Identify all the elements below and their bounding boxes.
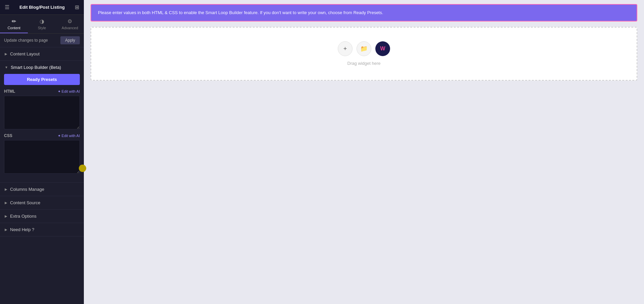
section-need-help: ▶ Need Help ?: [0, 223, 84, 236]
widget-drop-area[interactable]: + 📁 W Drag widget here: [91, 27, 637, 81]
cursor-dot: [84, 165, 86, 172]
tab-advanced[interactable]: ⚙ Advanced: [56, 15, 84, 33]
content-layout-label: Content Layout: [10, 51, 40, 56]
smart-loop-arrow-icon: ▼: [5, 66, 8, 69]
html-editor[interactable]: [4, 96, 80, 129]
css-editor-block: CSS ✦ Edit with AI 1: [4, 133, 80, 175]
section-need-help-header[interactable]: ▶ Need Help ?: [0, 223, 84, 236]
tab-content[interactable]: ✏ Content: [0, 15, 28, 33]
grid-icon[interactable]: ⊞: [75, 4, 79, 10]
html-label-row: HTML ✦ Edit with AI: [4, 89, 80, 94]
advanced-tab-label: Advanced: [62, 26, 78, 30]
section-content-source-header[interactable]: ▶ Content Source: [0, 196, 84, 209]
ready-presets-button[interactable]: Ready Presets: [4, 74, 80, 85]
extra-options-arrow-icon: ▶: [5, 214, 7, 218]
sidebar: ☰ Edit Blog/Post Listing ⊞ ✏ Content ◑ S…: [0, 0, 84, 304]
add-icon: +: [343, 45, 347, 52]
hamburger-icon[interactable]: ☰: [5, 4, 9, 10]
columns-manage-label: Columns Manage: [10, 187, 44, 192]
need-help-label: Need Help ?: [10, 227, 34, 232]
notice-banner: Please enter values in both HTML & CSS t…: [91, 4, 637, 21]
smart-loop-content: Ready Presets HTML ✦ Edit with AI 1: [0, 74, 84, 182]
folder-icon: 📁: [360, 45, 368, 52]
brand-icon: W: [380, 46, 385, 52]
content-source-label: Content Source: [10, 200, 40, 205]
section-smart-loop-builder: ▼ Smart Loop Builder (Beta) Ready Preset…: [0, 61, 84, 183]
widget-buttons-row: + 📁 W: [338, 41, 390, 56]
tab-style[interactable]: ◑ Style: [28, 15, 56, 33]
content-tab-icon: ✏: [12, 18, 16, 25]
update-text: Update changes to page: [4, 38, 48, 43]
section-columns-manage-header[interactable]: ▶ Columns Manage: [0, 183, 84, 196]
need-help-arrow-icon: ▶: [5, 228, 7, 231]
css-label: CSS: [4, 133, 12, 138]
content-layout-arrow-icon: ▶: [5, 52, 7, 56]
html-edit-ai-label: Edit with AI: [62, 89, 80, 93]
notice-text: Please enter values in both HTML & CSS t…: [98, 10, 383, 15]
html-editor-wrapper: 1: [4, 96, 80, 131]
html-edit-ai-button[interactable]: ✦ Edit with AI: [58, 89, 80, 94]
columns-manage-arrow-icon: ▶: [5, 187, 7, 191]
html-label: HTML: [4, 89, 15, 94]
update-bar: Update changes to page Apply: [0, 34, 84, 47]
drag-widget-text: Drag widget here: [347, 61, 381, 66]
ai-star-icon: ✦: [58, 89, 61, 94]
section-content-layout-header[interactable]: ▶ Content Layout: [0, 47, 84, 60]
css-editor[interactable]: [4, 140, 80, 174]
apply-button[interactable]: Apply: [60, 36, 80, 44]
content-tab-label: Content: [7, 26, 20, 30]
html-editor-block: HTML ✦ Edit with AI 1: [4, 89, 80, 131]
css-label-row: CSS ✦ Edit with AI: [4, 133, 80, 138]
section-columns-manage: ▶ Columns Manage: [0, 183, 84, 196]
section-extra-options: ▶ Extra Options: [0, 210, 84, 223]
section-smart-loop-header[interactable]: ▼ Smart Loop Builder (Beta): [0, 61, 84, 74]
tabs-bar: ✏ Content ◑ Style ⚙ Advanced: [0, 15, 84, 34]
main-content: Please enter values in both HTML & CSS t…: [84, 0, 644, 304]
brand-widget-button[interactable]: W: [375, 41, 390, 56]
folder-widget-button[interactable]: 📁: [357, 41, 371, 56]
page-title: Edit Blog/Post Listing: [19, 5, 65, 10]
style-tab-label: Style: [38, 26, 46, 30]
sidebar-header: ☰ Edit Blog/Post Listing ⊞: [0, 0, 84, 15]
style-tab-icon: ◑: [40, 18, 44, 25]
smart-loop-label: Smart Loop Builder (Beta): [11, 65, 61, 70]
section-content-layout: ▶ Content Layout: [0, 47, 84, 61]
add-widget-button[interactable]: +: [338, 41, 353, 56]
section-extra-options-header[interactable]: ▶ Extra Options: [0, 210, 84, 223]
section-content-source: ▶ Content Source: [0, 196, 84, 210]
css-editor-wrapper: 1: [4, 140, 80, 175]
content-source-arrow-icon: ▶: [5, 201, 7, 205]
advanced-tab-icon: ⚙: [67, 18, 72, 25]
css-edit-ai-label: Edit with AI: [62, 134, 80, 138]
css-edit-ai-button[interactable]: ✦ Edit with AI: [58, 134, 80, 138]
css-ai-star-icon: ✦: [58, 134, 61, 138]
extra-options-label: Extra Options: [10, 214, 37, 219]
